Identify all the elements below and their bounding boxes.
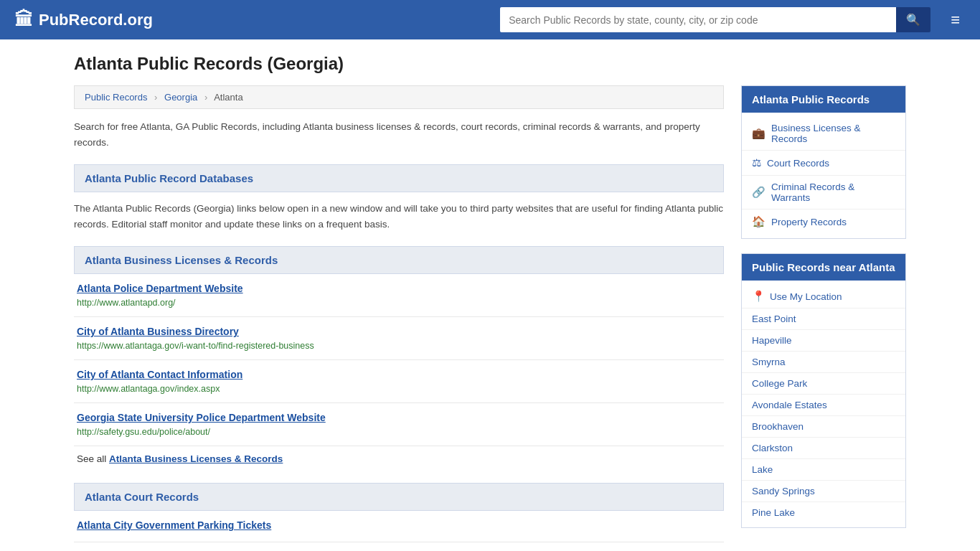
breadcrumb-sep-1: › bbox=[154, 92, 157, 103]
sidebar-link-property[interactable]: 🏠 Property Records bbox=[742, 209, 905, 234]
sidebar-link-business[interactable]: 💼 Business Licenses & Records bbox=[742, 117, 905, 150]
business-section-header: Atlanta Business Licenses & Records bbox=[74, 246, 724, 274]
sidebar-link-brookhaven[interactable]: Brookhaven bbox=[742, 416, 905, 437]
sidebar-item-business: 💼 Business Licenses & Records bbox=[742, 117, 905, 151]
sidebar-link-hapeville[interactable]: Hapeville bbox=[742, 330, 905, 351]
briefcase-icon: 💼 bbox=[752, 127, 765, 140]
record-url-gsu-police[interactable]: http://safety.gsu.edu/police/about/ bbox=[77, 427, 210, 437]
sidebar-atlanta-records-list: 💼 Business Licenses & Records ⚖ Court Re… bbox=[742, 113, 905, 238]
sidebar-item-smyrna: Smyrna bbox=[742, 352, 905, 373]
sidebar-link-east-point[interactable]: East Point bbox=[742, 309, 905, 329]
sidebar-label-college-park: College Park bbox=[752, 378, 807, 389]
content-layout: Public Records › Georgia › Atlanta Searc… bbox=[74, 85, 906, 542]
sidebar-label-lake: Lake bbox=[752, 464, 773, 475]
sidebar-label-brookhaven: Brookhaven bbox=[752, 421, 804, 432]
sidebar-link-sandy-springs[interactable]: Sandy Springs bbox=[742, 481, 905, 501]
record-url-city-contact[interactable]: http://www.atlantaga.gov/index.aspx bbox=[77, 384, 220, 394]
record-entry: City of Atlanta Contact Information http… bbox=[74, 360, 724, 403]
page-wrapper: Atlanta Public Records (Georgia) Public … bbox=[60, 39, 920, 551]
menu-button[interactable]: ≡ bbox=[945, 9, 966, 31]
record-link-gsu-police[interactable]: Georgia State University Police Departme… bbox=[77, 412, 721, 423]
record-entry: City of Atlanta Business Directory https… bbox=[74, 317, 724, 360]
main-content: Public Records › Georgia › Atlanta Searc… bbox=[74, 85, 724, 542]
sidebar-item-east-point: East Point bbox=[742, 309, 905, 330]
search-icon: 🔍 bbox=[906, 14, 920, 26]
sidebar-link-avondale-estates[interactable]: Avondale Estates bbox=[742, 395, 905, 415]
sidebar-item-avondale-estates: Avondale Estates bbox=[742, 395, 905, 416]
scales-icon: ⚖ bbox=[752, 156, 761, 169]
see-all-business-link[interactable]: Atlanta Business Licenses & Records bbox=[109, 453, 283, 464]
record-entry: Atlanta City Government Parking Tickets bbox=[74, 511, 724, 542]
sidebar-item-brookhaven: Brookhaven bbox=[742, 416, 905, 438]
sidebar-item-clarkston: Clarkston bbox=[742, 438, 905, 459]
business-records: Atlanta Police Department Website http:/… bbox=[74, 274, 724, 446]
sidebar-link-lake[interactable]: Lake bbox=[742, 459, 905, 480]
sidebar-link-use-location[interactable]: 📍 Use My Location bbox=[742, 285, 905, 308]
sidebar-item-college-park: College Park bbox=[742, 373, 905, 395]
sidebar-nearby-title: Public Records near Atlanta bbox=[742, 254, 905, 281]
databases-description: The Atlanta Public Records (Georgia) lin… bbox=[74, 201, 724, 232]
sidebar-nearby-list: 📍 Use My Location East Point Hapeville bbox=[742, 281, 905, 527]
record-link-city-contact[interactable]: City of Atlanta Contact Information bbox=[77, 369, 721, 380]
breadcrumb: Public Records › Georgia › Atlanta bbox=[74, 85, 724, 109]
sidebar-item-use-location: 📍 Use My Location bbox=[742, 285, 905, 309]
page-title: Atlanta Public Records (Georgia) bbox=[74, 54, 906, 74]
sidebar-link-clarkston[interactable]: Clarkston bbox=[742, 438, 905, 458]
record-link-parking-tickets[interactable]: Atlanta City Government Parking Tickets bbox=[77, 519, 721, 531]
search-bar: 🔍 bbox=[500, 7, 930, 32]
page-description: Search for free Atlanta, GA Public Recor… bbox=[74, 119, 724, 150]
court-records: Atlanta City Government Parking Tickets bbox=[74, 511, 724, 542]
link-icon: 🔗 bbox=[752, 186, 765, 199]
record-entry: Atlanta Police Department Website http:/… bbox=[74, 274, 724, 317]
sidebar-label-sandy-springs: Sandy Springs bbox=[752, 486, 815, 496]
sidebar-item-pine-lake: Pine Lake bbox=[742, 502, 905, 523]
sidebar-label-hapeville: Hapeville bbox=[752, 335, 792, 346]
see-all-business: See all Atlanta Business Licenses & Reco… bbox=[74, 446, 724, 471]
sidebar-atlanta-records: Atlanta Public Records 💼 Business Licens… bbox=[741, 85, 906, 239]
breadcrumb-link-georgia[interactable]: Georgia bbox=[164, 92, 197, 103]
location-pin-icon: 📍 bbox=[752, 290, 765, 303]
sidebar-label-property: Property Records bbox=[771, 217, 847, 227]
sidebar-label-avondale-estates: Avondale Estates bbox=[752, 400, 827, 410]
court-section-header: Atlanta Court Records bbox=[74, 483, 724, 511]
record-link-city-business-dir[interactable]: City of Atlanta Business Directory bbox=[77, 326, 721, 337]
sidebar-label-use-location: Use My Location bbox=[770, 291, 842, 302]
sidebar-label-business: Business Licenses & Records bbox=[771, 123, 895, 144]
sidebar-item-criminal: 🔗 Criminal Records & Warrants bbox=[742, 176, 905, 209]
databases-section-header: Atlanta Public Record Databases bbox=[74, 164, 724, 192]
record-link-atlanta-police[interactable]: Atlanta Police Department Website bbox=[77, 283, 721, 294]
sidebar-link-court[interactable]: ⚖ Court Records bbox=[742, 151, 905, 175]
site-logo[interactable]: 🏛 PubRecord.org bbox=[14, 9, 153, 31]
house-icon: 🏠 bbox=[752, 215, 765, 228]
sidebar-link-criminal[interactable]: 🔗 Criminal Records & Warrants bbox=[742, 176, 905, 209]
search-input[interactable] bbox=[500, 7, 896, 32]
sidebar: Atlanta Public Records 💼 Business Licens… bbox=[741, 85, 906, 542]
sidebar-label-court: Court Records bbox=[767, 158, 829, 169]
sidebar-label-criminal: Criminal Records & Warrants bbox=[771, 182, 895, 203]
logo-icon: 🏛 bbox=[14, 9, 33, 31]
sidebar-link-pine-lake[interactable]: Pine Lake bbox=[742, 502, 905, 523]
sidebar-item-property: 🏠 Property Records bbox=[742, 209, 905, 234]
sidebar-label-pine-lake: Pine Lake bbox=[752, 507, 795, 518]
site-header: 🏛 PubRecord.org 🔍 ≡ bbox=[0, 0, 980, 39]
sidebar-item-court: ⚖ Court Records bbox=[742, 151, 905, 176]
logo-text: PubRecord.org bbox=[39, 11, 153, 29]
menu-icon: ≡ bbox=[951, 11, 960, 29]
record-entry: Georgia State University Police Departme… bbox=[74, 403, 724, 446]
search-button[interactable]: 🔍 bbox=[896, 7, 930, 32]
record-url-atlanta-police[interactable]: http://www.atlantapd.org/ bbox=[77, 298, 176, 308]
sidebar-item-lake: Lake bbox=[742, 459, 905, 481]
sidebar-label-clarkston: Clarkston bbox=[752, 443, 793, 453]
sidebar-link-smyrna[interactable]: Smyrna bbox=[742, 352, 905, 372]
sidebar-item-sandy-springs: Sandy Springs bbox=[742, 481, 905, 502]
breadcrumb-current: Atlanta bbox=[214, 92, 242, 103]
sidebar-atlanta-records-title: Atlanta Public Records bbox=[742, 86, 905, 113]
breadcrumb-sep-2: › bbox=[204, 92, 207, 103]
sidebar-item-hapeville: Hapeville bbox=[742, 330, 905, 352]
sidebar-link-college-park[interactable]: College Park bbox=[742, 373, 905, 394]
sidebar-nearby: Public Records near Atlanta 📍 Use My Loc… bbox=[741, 253, 906, 528]
record-url-city-business-dir[interactable]: https://www.atlantaga.gov/i-want-to/find… bbox=[77, 341, 314, 351]
breadcrumb-link-public-records[interactable]: Public Records bbox=[85, 92, 147, 103]
sidebar-label-smyrna: Smyrna bbox=[752, 357, 786, 367]
sidebar-label-east-point: East Point bbox=[752, 314, 796, 324]
